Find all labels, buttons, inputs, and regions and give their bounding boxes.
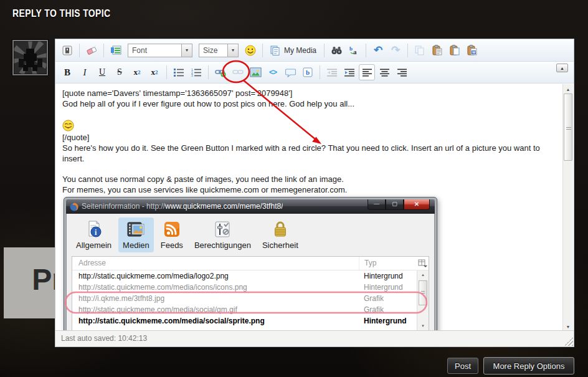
scroll-up-icon[interactable]: ▲ — [563, 84, 573, 94]
copy-icon — [415, 45, 425, 55]
table-row[interactable]: http://static.quickmeme.com/media/social… — [72, 304, 429, 315]
superscript-mark: 2 — [155, 69, 158, 75]
row-type: Grafik — [359, 293, 416, 304]
italic-button[interactable]: I — [77, 64, 93, 80]
remove-format-button[interactable] — [83, 42, 100, 59]
light-switch-icon — [62, 45, 72, 55]
table-scrollbar-thumb[interactable] — [419, 280, 427, 305]
toolbar-separator — [262, 44, 263, 57]
tab-berechtigungen[interactable]: Berechtigungen — [190, 217, 255, 252]
align-center-button[interactable] — [376, 64, 392, 80]
quote-bubble-icon — [285, 68, 296, 77]
outdent-icon — [327, 69, 337, 77]
find-button[interactable] — [328, 42, 344, 59]
insert-media-tag-button[interactable]: b — [300, 64, 316, 80]
close-button[interactable]: ✕ — [404, 199, 430, 210]
table-row[interactable]: http://static.quickmeme.com/media/social… — [72, 315, 429, 327]
editor-content-area[interactable]: [quote name='Davers' timestamp='13636650… — [56, 84, 562, 332]
paste-from-word-button[interactable]: W — [464, 42, 480, 59]
editor-scrollbar-thumb[interactable] — [564, 93, 572, 161]
underline-button[interactable]: U — [94, 64, 110, 80]
chevron-down-icon[interactable]: ▾ — [227, 44, 238, 57]
align-left-button[interactable] — [359, 64, 375, 80]
tab-sicherheit[interactable]: Sicherheit — [258, 217, 303, 252]
strikethrough-button[interactable]: S — [111, 64, 128, 80]
bold-button[interactable]: B — [59, 64, 75, 80]
scroll-down-icon[interactable]: ▼ — [417, 322, 429, 330]
row-type: Hintergrund — [359, 282, 416, 293]
table-scrollbar[interactable]: ▲ ▼ — [417, 270, 429, 330]
my-media-button[interactable]: My Media — [267, 42, 320, 59]
row-address: http://static.quickmeme.com/media/icons/… — [72, 282, 359, 293]
emoticons-button[interactable] — [242, 42, 258, 59]
insert-horizontal-rule-button[interactable] — [108, 42, 124, 59]
bbcode-toggle-button[interactable] — [59, 42, 75, 59]
indent-button[interactable] — [341, 64, 358, 80]
replace-button[interactable]: b a — [346, 42, 362, 59]
dialog-body: i Allgemein — [66, 214, 435, 332]
tab-feeds[interactable]: Feeds — [156, 217, 187, 252]
align-right-button[interactable] — [394, 64, 410, 80]
minimize-button[interactable]: — — [368, 199, 386, 210]
permissions-icon — [213, 220, 232, 239]
bullet-list-icon — [174, 68, 184, 77]
tab-label: Medien — [123, 240, 149, 251]
remove-link-button[interactable] — [230, 64, 246, 80]
editor-scrollbar[interactable]: ▲ ▼ — [562, 84, 573, 332]
scroll-up-icon[interactable]: ▲ — [417, 270, 429, 279]
table-row[interactable]: http://static.quickmeme.com/media/logo2.… — [72, 270, 429, 282]
superscript-button[interactable]: x2 — [146, 64, 163, 80]
window-controls: — ▢ ✕ — [368, 199, 430, 210]
media-table-header[interactable]: Adresse Typ — [72, 257, 429, 270]
dialog-titlebar: Seiteninformation - http://www.quickmeme… — [66, 199, 435, 214]
insert-image-button[interactable] — [247, 64, 263, 80]
paste-from-word-icon: W — [467, 45, 477, 55]
paste-plain-text-button[interactable] — [447, 42, 463, 59]
more-reply-options-button[interactable]: More Reply Options — [483, 357, 574, 375]
media-table: Adresse Typ http://static.quickmeme.com/… — [72, 256, 429, 331]
bullet-list-button[interactable] — [171, 64, 187, 80]
redo-button[interactable]: ↷ — [387, 42, 404, 59]
table-row[interactable]: http://static.quickmeme.com/media/icons/… — [72, 282, 429, 293]
paragraph: For memes, you can use services like qui… — [62, 184, 559, 195]
chevron-down-icon[interactable]: ▾ — [181, 44, 192, 57]
insert-code-button[interactable]: <> — [265, 64, 281, 80]
maximize-button[interactable]: ▢ — [386, 199, 404, 210]
row-address: http://i.qkme.me/3tfht8.jpg — [72, 293, 359, 304]
tab-label: Berechtigungen — [194, 240, 251, 251]
toolbar-separator — [320, 65, 320, 79]
dialog-title: Seiteninformation - http://www.quickmeme… — [82, 201, 283, 212]
redo-icon: ↷ — [391, 44, 400, 57]
insert-link-button[interactable] — [212, 64, 229, 80]
column-header-type[interactable]: Typ — [359, 257, 416, 270]
post-button[interactable]: Post — [447, 358, 478, 374]
close-icon: ✕ — [414, 201, 419, 208]
find-replace-icon: b a — [349, 45, 359, 55]
toolbar-separator — [366, 44, 366, 57]
outdent-button[interactable] — [324, 64, 340, 80]
subscript-button[interactable]: x2 — [129, 64, 145, 80]
media-filmstrip-icon — [126, 220, 145, 239]
tab-medien[interactable]: Medien — [118, 217, 154, 252]
dialog-tabs: i Allgemein — [67, 214, 434, 255]
toolbar-collapse-button[interactable]: ▲ — [556, 64, 568, 72]
font-select[interactable]: Font ▾ — [128, 44, 192, 57]
column-picker-icon[interactable] — [418, 259, 427, 267]
insert-quote-button[interactable] — [282, 64, 298, 80]
background-watermark: Pr — [4, 247, 55, 318]
undo-button[interactable]: ↶ — [370, 42, 386, 59]
autosave-status: Last auto saved: 10:42:13 — [61, 334, 147, 343]
table-row-highlighted[interactable]: http://i.qkme.me/3tfht8.jpg Grafik — [72, 293, 429, 304]
link-icon — [215, 68, 226, 77]
resize-grip[interactable] — [564, 337, 573, 346]
column-header-address[interactable]: Adresse — [72, 258, 359, 269]
paste-button[interactable] — [429, 42, 445, 59]
firefox-icon — [70, 203, 78, 211]
size-select[interactable]: Size ▾ — [199, 44, 239, 57]
numbered-list-button[interactable]: 123 — [188, 64, 204, 80]
toolbar-separator — [407, 44, 408, 57]
tab-allgemein[interactable]: i Allgemein — [72, 217, 116, 252]
copy-button[interactable] — [412, 42, 428, 59]
subscript-mark: 2 — [138, 69, 141, 75]
code-icon: <> — [269, 68, 277, 77]
